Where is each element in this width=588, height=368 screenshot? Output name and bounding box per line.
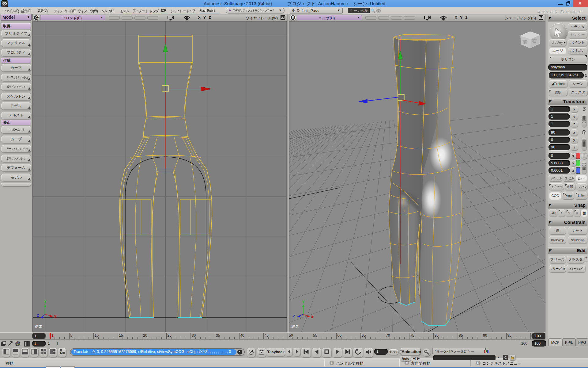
svg-text:95: 95 <box>507 333 512 338</box>
svg-text:Z: Z <box>37 313 39 318</box>
svg-text:60: 60 <box>337 333 342 338</box>
svg-text:50: 50 <box>289 333 293 338</box>
svg-text:25: 25 <box>168 333 172 338</box>
svg-text:40: 40 <box>240 333 244 338</box>
svg-text:1: 1 <box>51 333 54 338</box>
svg-text:▶|: ▶| <box>60 351 63 355</box>
svg-text:45: 45 <box>265 333 269 338</box>
svg-text:85: 85 <box>459 333 463 338</box>
svg-text:1: 1 <box>34 334 36 338</box>
svg-text:結果: 結果 <box>34 324 43 329</box>
svg-text:35: 35 <box>216 333 220 338</box>
svg-text:80: 80 <box>435 333 439 338</box>
svg-text:X: X <box>311 315 314 319</box>
svg-text:20: 20 <box>143 333 147 338</box>
svg-text:10: 10 <box>95 333 99 338</box>
svg-text:5: 5 <box>70 333 72 338</box>
svg-text:65: 65 <box>362 333 366 338</box>
svg-text:15: 15 <box>119 333 123 338</box>
svg-text:30: 30 <box>192 333 196 338</box>
svg-text:70: 70 <box>386 333 390 338</box>
svg-text:Y: Y <box>302 300 305 304</box>
svg-text:55: 55 <box>313 333 317 338</box>
svg-text:Y: Y <box>44 300 47 304</box>
svg-text:75: 75 <box>410 333 414 338</box>
svg-text:結果: 結果 <box>291 324 299 329</box>
svg-text:右: 右 <box>532 38 537 43</box>
svg-text:Z: Z <box>293 314 295 318</box>
svg-text:前: 前 <box>522 39 527 44</box>
svg-text:100: 100 <box>535 334 541 338</box>
svg-text:X: X <box>54 314 57 319</box>
svg-text:90: 90 <box>483 333 487 338</box>
